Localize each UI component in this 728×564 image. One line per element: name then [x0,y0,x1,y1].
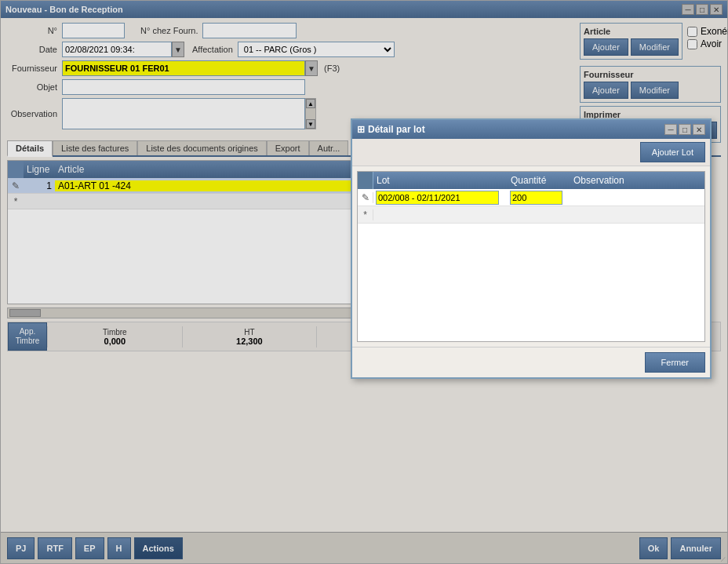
dialog-controls: ─ □ ✕ [664,124,705,135]
dialog-new-row-icon: * [358,209,373,220]
dialog-row-edit-icon: ✎ [358,192,373,203]
dialog-minimize-btn[interactable]: ─ [664,124,677,135]
ajouter-lot-btn[interactable]: Ajouter Lot [640,142,705,162]
dialog-row-qty[interactable] [508,191,570,205]
resize-handle[interactable]: ⟋ [716,552,727,563]
dialog-table-header: Lot Quantité Observation [358,172,704,189]
dcol-lot-header: Lot [373,172,508,189]
dialog-close-btn[interactable]: ✕ [693,124,705,135]
dialog-spacer [358,224,704,341]
dialog-overlay: ⊞ Détail par lot ─ □ ✕ Ajouter Lot Lot Q… [1,1,727,563]
dialog-toolbar: Ajouter Lot [352,139,710,166]
dialog-footer: Fermer [352,347,710,377]
dcol-obs-header: Observation [570,172,704,189]
dialog-new-row[interactable]: * [358,206,704,224]
qty-input[interactable] [510,191,562,205]
dialog-row-lot[interactable] [373,191,508,205]
dialog-table: Lot Quantité Observation ✎ * [357,171,705,342]
lot-input[interactable] [376,191,499,205]
detail-par-lot-dialog: ⊞ Détail par lot ─ □ ✕ Ajouter Lot Lot Q… [351,118,712,379]
main-window: Nouveau - Bon de Reception ─ □ ✕ N° N° c… [0,0,728,564]
dcol-icon-header [358,172,373,189]
dialog-title-text: Détail par lot [368,124,425,135]
dialog-maximize-btn[interactable]: □ [679,124,691,135]
dialog-icon: ⊞ [357,124,365,135]
dialog-title-bar: ⊞ Détail par lot ─ □ ✕ [352,120,710,139]
dcol-qty-header: Quantité [508,172,570,189]
dialog-title: ⊞ Détail par lot [357,124,425,135]
fermer-btn[interactable]: Fermer [645,352,705,373]
dialog-table-row[interactable]: ✎ [358,189,704,206]
